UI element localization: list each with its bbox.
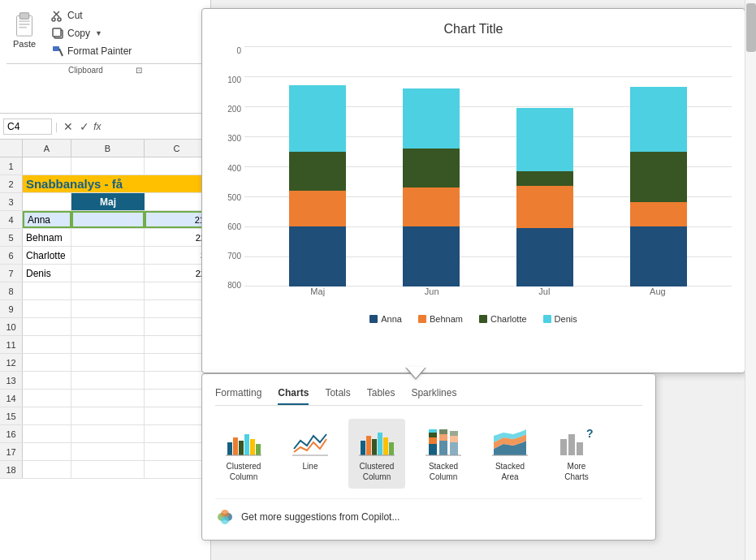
cell-c5[interactable]: 22 [145, 229, 210, 246]
svg-rect-10 [53, 28, 61, 37]
scroll-thumb[interactable] [746, 3, 756, 52]
svg-rect-14 [233, 437, 238, 455]
bar-segment-behnam [516, 186, 573, 228]
cell-c4[interactable]: 21 [145, 211, 210, 228]
cell-b5[interactable] [71, 229, 145, 246]
paste-label: Paste [13, 39, 36, 49]
cell-a7[interactable]: Denis [23, 265, 71, 282]
svg-rect-11 [53, 46, 59, 51]
tab-formatting[interactable]: Formatting [215, 387, 261, 405]
tab-sparklines[interactable]: Sparklines [411, 387, 456, 405]
row-num-1: 1 [0, 157, 23, 174]
chart-overlay: Chart Title 800 700 600 500 400 300 200 … [201, 8, 745, 373]
cell-b3-header[interactable]: Maj [71, 193, 145, 210]
row-num-4: 4 [0, 211, 23, 228]
bar-segment-anna [630, 226, 687, 286]
cell-a1[interactable] [23, 157, 71, 174]
chart-option-stacked-col[interactable]: StackedColumn [415, 419, 472, 489]
line-chart-icon [292, 425, 328, 458]
col-header-b[interactable]: B [71, 140, 145, 157]
bar-segment-denis [289, 85, 346, 151]
table-row: 5 Behnam 22 [0, 229, 210, 247]
table-row: 14 [0, 390, 210, 407]
format-painter-button[interactable]: Format Painter [49, 44, 134, 58]
svg-rect-29 [429, 437, 437, 444]
qa-chart-options: ClusteredColumn Line ClusteredColumn [215, 419, 642, 489]
tab-totals[interactable]: Totals [325, 387, 350, 405]
chart-option-line[interactable]: Line [282, 419, 339, 478]
cell-b7[interactable] [71, 265, 145, 282]
bar-jun [403, 88, 460, 286]
row-num-6: 6 [0, 247, 23, 264]
table-row: 13 [0, 372, 210, 390]
row-num-7: 7 [0, 265, 23, 282]
formula-cancel-button[interactable]: ✕ [61, 120, 76, 133]
cell-a4[interactable]: Anna [23, 211, 71, 228]
cell-c1[interactable] [145, 157, 210, 174]
chart-option-more[interactable]: ? MoreCharts [548, 419, 605, 489]
more-charts-icon: ? [559, 425, 594, 458]
table-row: 9 [0, 300, 210, 318]
copilot-icon [215, 507, 235, 527]
cell-title[interactable]: Snabbanalys - få [23, 175, 210, 192]
connector-arrow [406, 367, 426, 378]
svg-rect-43 [560, 439, 567, 455]
svg-rect-33 [439, 434, 447, 441]
cell-a3[interactable] [23, 193, 71, 210]
chart-label-clustered-2: ClusteredColumn [360, 461, 395, 482]
chart-container: 800 700 600 500 400 300 200 100 0 [215, 46, 732, 306]
cut-button[interactable]: Cut [49, 8, 134, 23]
bar-jul [516, 108, 573, 286]
x-label-jul: Jul [538, 286, 550, 306]
chart-option-stacked-area[interactable]: StackedArea [482, 419, 538, 489]
col-header-c[interactable]: C [145, 140, 210, 157]
cell-c3[interactable] [145, 193, 210, 210]
chart-option-clustered-2[interactable]: ClusteredColumn [348, 419, 405, 489]
bar-segment-charlotte [630, 152, 687, 203]
bar-segment-charlotte [289, 152, 346, 191]
copilot-text[interactable]: Get more suggestions from Copilot... [241, 511, 400, 523]
cell-a6[interactable]: Charlotte [23, 247, 71, 264]
cell-reference-input[interactable] [3, 118, 52, 135]
format-painter-label: Format Painter [67, 45, 132, 57]
svg-rect-1 [19, 13, 28, 19]
quick-analysis-panel: Formatting Charts Totals Tables Sparklin… [201, 373, 656, 541]
formula-confirm-button[interactable]: ✓ [77, 120, 92, 133]
bar-segment-behnam [289, 191, 346, 226]
bar-segment-charlotte [516, 171, 573, 186]
table-row: 12 [0, 354, 210, 372]
tab-charts[interactable]: Charts [278, 387, 309, 405]
cell-c6[interactable]: 3 [145, 247, 210, 264]
legend-label-charlotte: Charlotte [490, 314, 527, 324]
legend-behnam: Behnam [418, 314, 463, 324]
table-row: 17 [0, 443, 210, 461]
cell-b4[interactable] [71, 211, 145, 228]
paste-button[interactable]: Paste [6, 6, 42, 52]
svg-point-8 [58, 18, 61, 21]
chart-option-clustered-1[interactable]: ClusteredColumn [215, 419, 272, 489]
svg-line-12 [59, 49, 63, 56]
chart-legend: Anna Behnam Charlotte Denis [215, 314, 732, 324]
bar-segment-behnam [403, 187, 460, 226]
copy-button[interactable]: Copy ▼ [49, 26, 134, 41]
svg-text:?: ? [586, 427, 594, 440]
ribbon: Paste Cut [0, 0, 211, 114]
legend-charlotte: Charlotte [479, 314, 527, 324]
tab-tables[interactable]: Tables [367, 387, 395, 405]
cell-c7[interactable]: 22 [145, 265, 210, 282]
col-header-a[interactable]: A [23, 140, 71, 157]
cut-label: Cut [67, 10, 83, 21]
legend-color-behnam [418, 315, 426, 323]
copy-dropdown[interactable]: ▼ [95, 29, 102, 37]
formula-controls: ✕ ✓ fx [61, 120, 101, 133]
cell-b6[interactable] [71, 247, 145, 264]
table-row: 8 [0, 282, 210, 300]
svg-rect-25 [383, 437, 388, 455]
clipboard-expand-icon[interactable]: ⊡ [136, 66, 142, 75]
cell-a5[interactable]: Behnam [23, 229, 71, 246]
svg-rect-44 [568, 434, 575, 455]
right-scrollbar[interactable] [745, 0, 756, 560]
svg-rect-31 [429, 429, 437, 433]
y-axis: 800 700 600 500 400 300 200 100 0 [215, 46, 244, 306]
cell-b1[interactable] [71, 157, 145, 174]
